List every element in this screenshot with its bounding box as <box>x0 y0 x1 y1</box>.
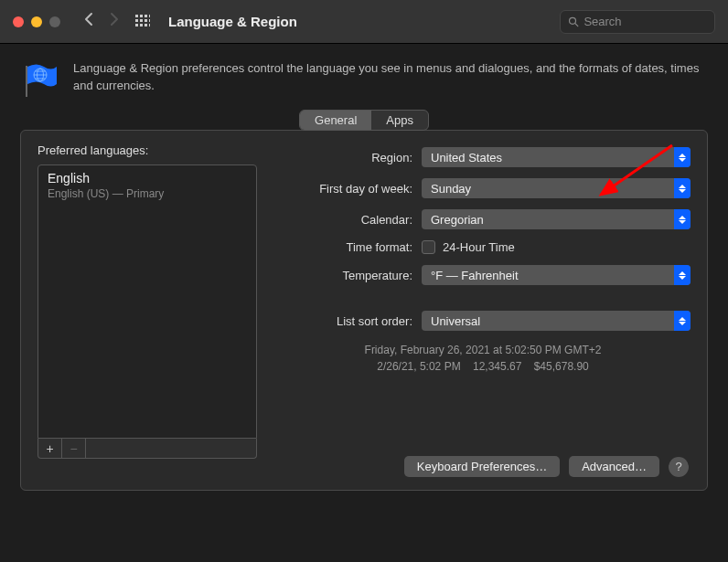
language-list-item[interactable]: English English (US) — Primary <box>48 171 247 200</box>
zoom-window-button[interactable] <box>49 16 60 27</box>
chevron-updown-icon <box>674 265 691 285</box>
svg-rect-1 <box>140 15 143 17</box>
chevron-updown-icon <box>674 147 691 167</box>
svg-rect-2 <box>145 15 147 17</box>
add-language-button[interactable]: + <box>38 439 62 458</box>
temperature-dropdown[interactable]: °F — Fahrenheit <box>422 265 691 285</box>
window-title: Language & Region <box>168 14 297 29</box>
list-sort-dropdown[interactable]: Universal <box>422 311 691 331</box>
traffic-lights <box>13 16 60 27</box>
temperature-label: Temperature: <box>275 269 422 282</box>
intro-text: Language & Region preferences control th… <box>73 60 708 95</box>
24hour-label: 24-Hour Time <box>443 240 515 254</box>
close-window-button[interactable] <box>13 16 24 27</box>
language-list-toolbar: + − <box>37 439 257 459</box>
language-region-icon <box>20 62 60 99</box>
tab-bar: General Apps <box>299 110 429 131</box>
svg-line-13 <box>575 23 578 26</box>
language-list[interactable]: English English (US) — Primary <box>37 164 257 439</box>
svg-rect-4 <box>135 19 138 22</box>
svg-rect-7 <box>149 19 150 22</box>
chevron-updown-icon <box>674 209 691 229</box>
show-all-icon[interactable] <box>130 15 155 29</box>
language-subtitle: English (US) — Primary <box>48 187 247 200</box>
24hour-checkbox[interactable] <box>422 240 435 254</box>
remove-language-button[interactable]: − <box>62 439 86 458</box>
preferred-languages-label: Preferred languages: <box>37 143 257 157</box>
chevron-updown-icon <box>674 311 691 331</box>
calendar-label: Calendar: <box>275 213 422 227</box>
region-label: Region: <box>275 151 422 164</box>
search-icon <box>568 16 579 28</box>
svg-rect-11 <box>149 24 150 27</box>
svg-rect-9 <box>140 24 143 27</box>
calendar-dropdown[interactable]: Gregorian <box>422 209 691 229</box>
svg-point-12 <box>570 17 576 24</box>
help-button[interactable]: ? <box>669 457 689 477</box>
first-day-dropdown[interactable]: Sunday <box>422 178 691 198</box>
titlebar: Language & Region <box>0 0 728 44</box>
forward-button[interactable] <box>104 12 121 31</box>
svg-rect-8 <box>135 24 138 27</box>
tab-apps[interactable]: Apps <box>371 111 428 130</box>
first-day-label: First day of week: <box>275 182 422 196</box>
tab-general[interactable]: General <box>300 111 371 130</box>
svg-rect-0 <box>135 15 138 17</box>
time-format-label: Time format: <box>275 240 422 254</box>
svg-rect-10 <box>145 24 147 27</box>
format-sample: Friday, February 26, 2021 at 5:02:50 PM … <box>275 342 691 375</box>
back-button[interactable] <box>79 12 95 31</box>
search-input[interactable] <box>583 15 707 28</box>
language-name: English <box>48 171 247 186</box>
svg-rect-3 <box>149 15 150 17</box>
region-dropdown[interactable]: United States <box>422 147 691 167</box>
settings-panel: Preferred languages: English English (US… <box>20 130 708 491</box>
advanced-button[interactable]: Advanced… <box>569 456 659 477</box>
minimize-window-button[interactable] <box>31 16 42 27</box>
list-sort-label: List sort order: <box>275 314 422 328</box>
svg-rect-6 <box>145 19 147 22</box>
chevron-updown-icon <box>674 178 691 198</box>
svg-rect-5 <box>140 19 143 22</box>
keyboard-preferences-button[interactable]: Keyboard Preferences… <box>404 456 560 477</box>
search-field[interactable] <box>560 10 715 34</box>
svg-rect-14 <box>26 66 27 97</box>
